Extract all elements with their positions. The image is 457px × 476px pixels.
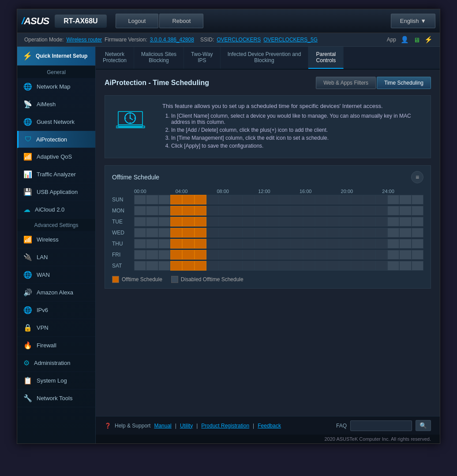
cell[interactable] xyxy=(399,261,411,271)
cell[interactable] xyxy=(412,250,423,260)
cell[interactable] xyxy=(206,217,218,227)
cell[interactable] xyxy=(412,206,423,216)
cell[interactable] xyxy=(170,206,182,216)
cell[interactable] xyxy=(195,217,206,227)
tab-parental-controls[interactable]: ParentalControls xyxy=(308,47,344,69)
cell[interactable] xyxy=(231,239,243,249)
logout-button[interactable]: Logout xyxy=(116,14,159,28)
cell[interactable] xyxy=(363,250,375,260)
cell[interactable] xyxy=(206,228,218,238)
cell[interactable] xyxy=(267,261,279,271)
manual-link[interactable]: Manual xyxy=(154,423,171,429)
cell[interactable] xyxy=(363,239,375,249)
cell[interactable] xyxy=(339,228,351,238)
sidebar-item-wireless[interactable]: 📶 Wireless xyxy=(17,231,95,249)
cell[interactable] xyxy=(182,261,194,271)
cell[interactable] xyxy=(218,239,230,249)
cell[interactable] xyxy=(412,217,423,227)
tab-network-protection[interactable]: NetworkProtection xyxy=(96,47,134,69)
cell[interactable] xyxy=(243,261,255,271)
cell[interactable] xyxy=(339,261,351,271)
cell[interactable] xyxy=(351,206,363,216)
cell[interactable] xyxy=(231,250,243,260)
cell[interactable] xyxy=(279,261,291,271)
cell[interactable] xyxy=(182,239,194,249)
faq-search-button[interactable]: 🔍 xyxy=(416,420,431,431)
cell[interactable] xyxy=(206,239,218,249)
usb-icon[interactable]: ⚡ xyxy=(424,36,433,44)
monitor-icon[interactable]: 🖥 xyxy=(413,36,420,44)
faq-search-input[interactable] xyxy=(350,420,412,431)
cell[interactable] xyxy=(170,250,182,260)
cell[interactable] xyxy=(218,206,230,216)
cell[interactable] xyxy=(170,228,182,238)
cell[interactable] xyxy=(351,261,363,271)
cell[interactable] xyxy=(195,250,206,260)
cell[interactable] xyxy=(195,261,206,271)
cell[interactable] xyxy=(363,206,375,216)
cell[interactable] xyxy=(315,261,327,271)
cell[interactable] xyxy=(182,195,194,205)
cell[interactable] xyxy=(158,239,170,249)
cell[interactable] xyxy=(412,195,423,205)
cell[interactable] xyxy=(170,195,182,205)
cell[interactable] xyxy=(267,239,279,249)
cell[interactable] xyxy=(279,228,291,238)
cell[interactable] xyxy=(279,206,291,216)
cell[interactable] xyxy=(387,250,399,260)
cell[interactable] xyxy=(291,250,303,260)
utility-link[interactable]: Utility xyxy=(180,423,193,429)
cell[interactable] xyxy=(375,250,387,260)
cell[interactable] xyxy=(146,239,158,249)
web-apps-filters-button[interactable]: Web & Apps Filters xyxy=(316,77,376,89)
cell[interactable] xyxy=(243,217,255,227)
cell[interactable] xyxy=(267,228,279,238)
cell[interactable] xyxy=(399,217,411,227)
cell[interactable] xyxy=(206,250,218,260)
sidebar-item-network-map[interactable]: 🌐 Network Map xyxy=(17,78,95,96)
sidebar-item-system-log[interactable]: 📋 System Log xyxy=(17,372,95,390)
sidebar-item-adaptive-qos[interactable]: 📶 Adaptive QoS xyxy=(17,148,95,166)
cell[interactable] xyxy=(231,206,243,216)
cell[interactable] xyxy=(279,239,291,249)
cell[interactable] xyxy=(315,228,327,238)
cell[interactable] xyxy=(134,217,146,227)
cell[interactable] xyxy=(146,206,158,216)
cell[interactable] xyxy=(279,217,291,227)
cell[interactable] xyxy=(255,261,266,271)
cell[interactable] xyxy=(327,239,339,249)
cell[interactable] xyxy=(218,217,230,227)
cell[interactable] xyxy=(134,228,146,238)
sidebar-item-ipv6[interactable]: 🌐 IPv6 xyxy=(17,301,95,319)
cell[interactable] xyxy=(158,206,170,216)
sidebar-item-aicloud[interactable]: ☁ AiCloud 2.0 xyxy=(17,201,95,219)
cell[interactable] xyxy=(218,250,230,260)
sidebar-item-traffic-analyzer[interactable]: 📊 Traffic Analyzer xyxy=(17,166,95,183)
cell[interactable] xyxy=(206,195,218,205)
cell[interactable] xyxy=(134,239,146,249)
cell[interactable] xyxy=(291,239,303,249)
quick-setup-item[interactable]: ⚡ Quick Internet Setup xyxy=(17,47,95,66)
cell[interactable] xyxy=(412,239,423,249)
cell[interactable] xyxy=(243,239,255,249)
cell[interactable] xyxy=(327,206,339,216)
cell[interactable] xyxy=(231,217,243,227)
tab-malicious-sites[interactable]: Malicious SitesBlocking xyxy=(134,47,184,69)
cell[interactable] xyxy=(375,228,387,238)
firmware-value[interactable]: 3.0.0.4.386_42808 xyxy=(150,37,194,43)
language-selector[interactable]: English ▼ xyxy=(391,14,435,28)
cell[interactable] xyxy=(195,206,206,216)
cell[interactable] xyxy=(158,217,170,227)
cell[interactable] xyxy=(399,206,411,216)
cell[interactable] xyxy=(182,217,194,227)
cell[interactable] xyxy=(303,239,315,249)
cell[interactable] xyxy=(158,228,170,238)
cell[interactable] xyxy=(279,250,291,260)
cell[interactable] xyxy=(218,195,230,205)
cell[interactable] xyxy=(327,195,339,205)
cell[interactable] xyxy=(327,228,339,238)
schedule-menu-button[interactable]: ≡ xyxy=(411,171,423,183)
cell[interactable] xyxy=(363,195,375,205)
cell[interactable] xyxy=(231,261,243,271)
cell[interactable] xyxy=(375,261,387,271)
